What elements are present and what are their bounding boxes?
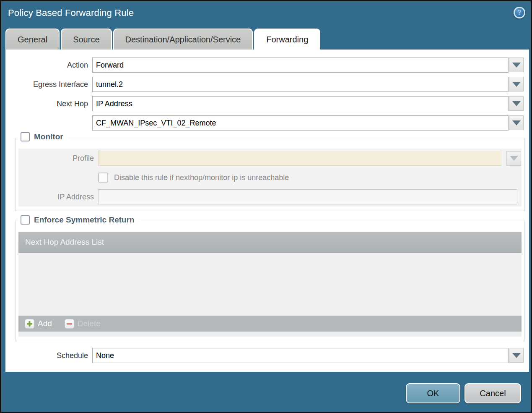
- chevron-down-icon: [512, 63, 521, 68]
- symmetric-return-legend: Enforce Symmetric Return: [18, 215, 139, 225]
- symmetric-return-checkbox[interactable]: [21, 215, 30, 225]
- monitor-legend: Monitor: [18, 132, 67, 141]
- schedule-input[interactable]: [92, 348, 509, 363]
- monitor-ip-address-label: IP Address: [18, 193, 94, 201]
- tab-forwarding[interactable]: Forwarding: [254, 29, 320, 50]
- forwarding-tab-panel: Action Egress Interface Next Hop: [5, 50, 529, 372]
- tab-general[interactable]: General: [5, 29, 60, 50]
- schedule-dropdown-button[interactable]: [509, 348, 524, 363]
- monitor-ip-address-row: IP Address: [18, 189, 518, 204]
- chevron-down-icon: [512, 120, 521, 125]
- monitor-ip-address-field-disabled: [98, 189, 517, 204]
- monitor-legend-label: Monitor: [34, 132, 63, 141]
- profile-row: Profile: [18, 151, 518, 166]
- tab-source[interactable]: Source: [61, 29, 112, 50]
- chevron-down-icon: [512, 101, 521, 106]
- disable-rule-label: Disable this rule if nexthop/monitor ip …: [114, 173, 289, 182]
- delete-button-label: Delete: [78, 319, 101, 328]
- next-hop-address-row: [5, 115, 529, 131]
- disable-rule-checkbox: [98, 173, 108, 183]
- action-input[interactable]: [92, 58, 509, 73]
- symmetric-return-legend-label: Enforce Symmetric Return: [34, 215, 135, 225]
- egress-interface-row: Egress Interface: [5, 77, 529, 92]
- next-hop-address-list-body: [18, 253, 522, 316]
- monitor-fields: Profile Disable this rule if nexthop/mon…: [18, 149, 522, 206]
- tab-bar: General Source Destination/Application/S…: [5, 29, 320, 50]
- egress-interface-input[interactable]: [92, 77, 509, 92]
- action-dropdown-button[interactable]: [509, 58, 524, 72]
- ok-button[interactable]: OK: [406, 383, 460, 403]
- next-hop-address-list-header: Next Hop Address List: [18, 232, 522, 253]
- profile-dropdown-button: [506, 151, 521, 166]
- egress-interface-label: Egress Interface: [5, 77, 88, 92]
- delete-button: Delete: [65, 319, 101, 329]
- minus-icon: [65, 319, 74, 329]
- tab-destination-application-service[interactable]: Destination/Application/Service: [113, 29, 253, 50]
- schedule-row: Schedule: [5, 348, 529, 363]
- profile-label: Profile: [18, 154, 94, 163]
- next-hop-type-input[interactable]: [92, 96, 509, 111]
- next-hop-dropdown-button[interactable]: [509, 96, 524, 111]
- monitor-group: Monitor Profile Disable this rule if nex…: [15, 138, 525, 211]
- cancel-button[interactable]: Cancel: [465, 383, 521, 403]
- next-hop-address-list-table: Next Hop Address List Add Delete: [18, 232, 522, 337]
- next-hop-address-list-toolbar: Add Delete: [18, 316, 522, 332]
- action-label: Action: [5, 58, 88, 73]
- monitor-checkbox[interactable]: [21, 132, 30, 141]
- action-row: Action: [5, 58, 529, 73]
- add-button[interactable]: Add: [25, 319, 52, 329]
- chevron-down-icon: [512, 353, 521, 358]
- policy-based-forwarding-dialog: Policy Based Forwarding Rule ? General S…: [0, 0, 532, 413]
- next-hop-address-input[interactable]: [92, 115, 509, 131]
- chevron-down-icon: [512, 82, 521, 87]
- next-hop-label: Next Hop: [5, 96, 88, 111]
- plus-icon: [25, 319, 34, 329]
- egress-interface-dropdown-button[interactable]: [509, 77, 524, 91]
- table-bottom-strip: [18, 332, 522, 337]
- add-button-label: Add: [38, 319, 52, 328]
- help-icon[interactable]: ?: [514, 7, 525, 18]
- chevron-down-icon: [510, 156, 518, 161]
- next-hop-address-dropdown-button[interactable]: [509, 115, 524, 130]
- symmetric-return-group: Enforce Symmetric Return Next Hop Addres…: [15, 221, 525, 341]
- disable-rule-row: Disable this rule if nexthop/monitor ip …: [18, 170, 518, 185]
- next-hop-row: Next Hop: [5, 96, 529, 111]
- dialog-title: Policy Based Forwarding Rule: [8, 8, 134, 18]
- profile-field-disabled: [98, 151, 501, 166]
- schedule-label: Schedule: [5, 348, 88, 363]
